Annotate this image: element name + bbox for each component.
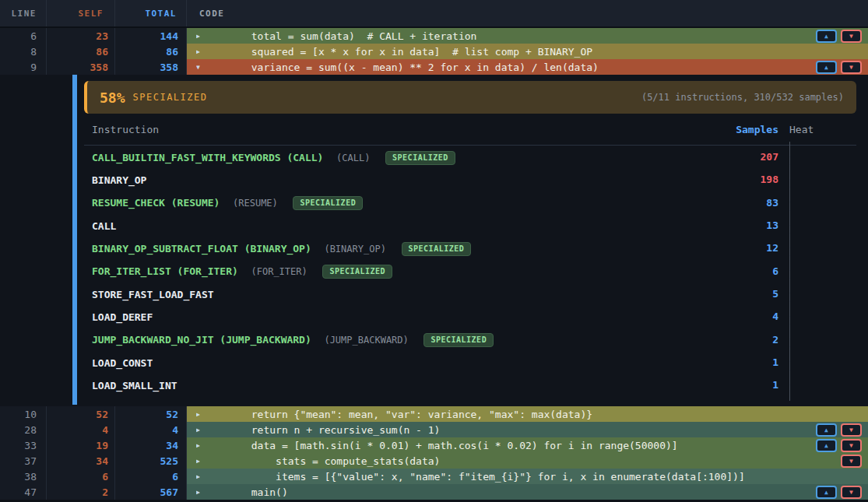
code-line[interactable]: ▶ total = sum(data) # CALL + iteration ▲…: [187, 28, 868, 44]
instruction-name: LOAD_SMALL_INT: [92, 380, 177, 391]
table-row: 28 4 4 ▶ return n + recursive_sum(n - 1)…: [0, 422, 868, 437]
specialized-badge: SPECIALIZED: [293, 196, 363, 210]
total-samples: 358: [115, 59, 187, 75]
instruction-row: BINARY_OP_SUBTRACT_FLOAT (BINARY_OP) (BI…: [84, 237, 856, 259]
jump-up-button[interactable]: ▲: [816, 61, 837, 74]
jump-up-button[interactable]: ▲: [816, 423, 837, 437]
instruction-alias: (FOR_ITER): [251, 266, 307, 277]
self-samples: 52: [47, 406, 115, 422]
instruction-name: RESUME_CHECK (RESUME): [92, 197, 220, 209]
instruction-row: LOAD_SMALL_INT 1: [84, 374, 856, 396]
samples-value: 83: [724, 197, 778, 209]
table-row: 37 34 525 ▶ stats = compute_stats(data) …: [0, 453, 868, 469]
instruction-alias: (RESUME): [233, 198, 278, 209]
jump-down-button[interactable]: ▼: [841, 61, 862, 74]
column-header-line[interactable]: LINE: [0, 0, 47, 26]
column-header-heat: Heat: [789, 124, 856, 135]
instruction-name: FOR_ITER_LIST (FOR_ITER): [92, 265, 238, 277]
jump-up-button[interactable]: ▲: [816, 486, 837, 499]
source-code: squared = [x * x for x in data] # list c…: [209, 46, 862, 58]
table-row: 38 6 6 ▶ items = [{"value": x, "name": f…: [0, 469, 868, 484]
self-samples: 358: [47, 59, 115, 75]
instruction-name: BINARY_OP: [92, 174, 146, 186]
instruction-name: JUMP_BACKWARD_NO_JIT (JUMP_BACKWARD): [92, 334, 311, 346]
expanded-row-indicator-bar: [72, 75, 77, 405]
column-header-instruction: Instruction: [84, 124, 724, 135]
self-samples: 2: [47, 484, 115, 500]
source-code: return {"mean": mean, "var": variance, "…: [209, 409, 862, 420]
jump-down-button[interactable]: ▼: [841, 455, 862, 468]
jump-up-button[interactable]: ▲: [816, 439, 837, 452]
expand-caret-icon[interactable]: ▶: [196, 458, 209, 465]
jump-down-button[interactable]: ▼: [841, 486, 862, 499]
samples-value: 6: [724, 265, 778, 277]
expand-caret-icon[interactable]: ▶: [196, 489, 209, 496]
code-line[interactable]: ▶ main() ▲ ▼: [187, 484, 868, 500]
source-code: items = [{"value": x, "name": f"item_{i}…: [209, 471, 862, 483]
instruction-row: JUMP_BACKWARD_NO_JIT (JUMP_BACKWARD) (JU…: [84, 328, 856, 350]
self-samples: 19: [47, 437, 115, 453]
expand-caret-icon[interactable]: ▶: [196, 48, 209, 55]
total-samples: 6: [115, 469, 187, 484]
total-samples: 86: [115, 44, 187, 59]
self-samples: 86: [47, 44, 115, 59]
source-code: return n + recursive_sum(n - 1): [209, 424, 810, 436]
expand-caret-icon[interactable]: ▶: [196, 473, 209, 480]
line-number: 33: [0, 437, 47, 453]
self-samples: 34: [47, 453, 115, 469]
specialization-banner: 58% SPECIALIZED (5/11 instructions, 310/…: [84, 81, 856, 114]
line-number: 10: [0, 406, 47, 422]
line-number: 28: [0, 422, 47, 437]
expand-caret-icon[interactable]: ▶: [196, 33, 209, 40]
instruction-row: FOR_ITER_LIST (FOR_ITER) (FOR_ITER) SPEC…: [84, 259, 856, 282]
instruction-row: RESUME_CHECK (RESUME) (RESUME) SPECIALIZ…: [84, 191, 856, 214]
instruction-name: LOAD_DEREF: [92, 311, 153, 323]
samples-value: 1: [724, 356, 778, 368]
expand-caret-icon[interactable]: ▶: [196, 442, 209, 449]
self-samples: 23: [47, 28, 115, 44]
total-samples: 34: [115, 437, 187, 453]
specialized-badge: SPECIALIZED: [322, 265, 392, 279]
jump-down-button[interactable]: ▼: [841, 30, 862, 43]
jump-up-button[interactable]: ▲: [816, 30, 837, 43]
instruction-alias: (JUMP_BACKWARD): [324, 335, 408, 346]
code-line[interactable]: ▶ data = [math.sin(i * 0.01) + math.cos(…: [187, 437, 868, 453]
line-number: 9: [0, 59, 47, 75]
collapse-caret-icon[interactable]: ▼: [196, 64, 209, 71]
samples-value: 12: [724, 242, 778, 254]
column-header-code[interactable]: CODE: [187, 0, 868, 26]
instruction-row: CALL_BUILTIN_FAST_WITH_KEYWORDS (CALL) (…: [84, 146, 856, 168]
jump-down-button[interactable]: ▼: [841, 439, 862, 452]
table-row: 8 86 86 ▶ squared = [x * x for x in data…: [0, 44, 868, 59]
instruction-name: BINARY_OP_SUBTRACT_FLOAT (BINARY_OP): [92, 243, 311, 255]
code-table-header: LINE SELF TOTAL CODE: [0, 0, 868, 26]
instruction-row: CALL 13: [84, 214, 856, 237]
instruction-name: CALL_BUILTIN_FAST_WITH_KEYWORDS (CALL): [92, 152, 323, 163]
instruction-detail-panel: 58% SPECIALIZED (5/11 instructions, 310/…: [0, 75, 868, 406]
column-header-total[interactable]: TOTAL: [115, 0, 187, 26]
specialization-stats: (5/11 instructions, 310/532 samples): [641, 92, 844, 103]
code-line[interactable]: ▼ variance = sum((x - mean) ** 2 for x i…: [187, 59, 868, 75]
code-line[interactable]: ▶ return n + recursive_sum(n - 1) ▲ ▼: [187, 422, 868, 437]
expand-caret-icon[interactable]: ▶: [196, 427, 209, 434]
specialized-label: SPECIALIZED: [133, 92, 208, 103]
total-samples: 144: [115, 28, 187, 44]
code-line[interactable]: ▶ return {"mean": mean, "var": variance,…: [187, 406, 868, 422]
table-row: 9 358 358 ▼ variance = sum((x - mean) **…: [0, 59, 868, 75]
code-line[interactable]: ▶ items = [{"value": x, "name": f"item_{…: [187, 469, 868, 484]
column-header-samples[interactable]: Samples: [724, 124, 778, 135]
table-row: 33 19 34 ▶ data = [math.sin(i * 0.01) + …: [0, 437, 868, 453]
heat-bar: [789, 370, 790, 401]
table-row: 10 52 52 ▶ return {"mean": mean, "var": …: [0, 406, 868, 422]
total-samples: 4: [115, 422, 187, 437]
expand-caret-icon[interactable]: ▶: [196, 411, 209, 418]
samples-value: 207: [724, 151, 778, 163]
profiler-window: LINE SELF TOTAL CODE 6 23 144 ▶ total = …: [0, 0, 868, 502]
jump-down-button[interactable]: ▼: [841, 423, 862, 437]
code-line[interactable]: ▶ stats = compute_stats(data) ▼: [187, 453, 868, 469]
samples-value: 5: [724, 288, 778, 300]
code-line[interactable]: ▶ squared = [x * x for x in data] # list…: [187, 44, 868, 59]
column-header-self[interactable]: SELF: [47, 0, 115, 26]
instruction-table-header: Instruction Samples Heat: [84, 114, 856, 146]
total-samples: 525: [115, 453, 187, 469]
